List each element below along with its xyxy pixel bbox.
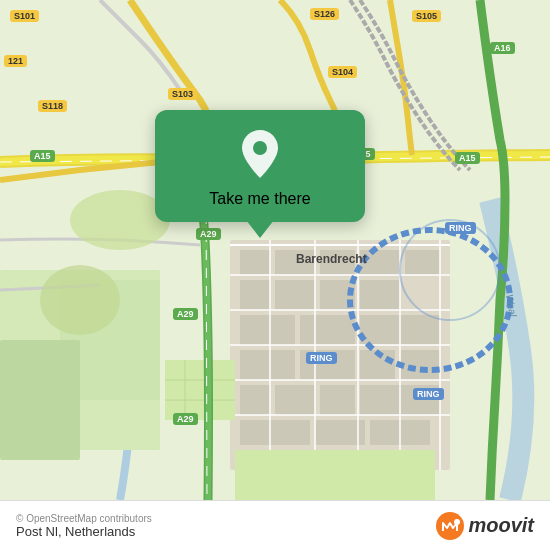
road-badge-a29-mid: A29 — [173, 308, 198, 320]
road-badge-s118: S118 — [38, 100, 67, 112]
svg-point-53 — [253, 141, 267, 155]
svg-rect-11 — [405, 250, 440, 275]
svg-rect-15 — [360, 280, 400, 310]
road-badge-s103: S103 — [168, 88, 197, 100]
road-badge-s101: S101 — [10, 10, 39, 22]
location-label: Post Nl, Netherlands — [16, 524, 152, 539]
road-badge-s105: S105 — [412, 10, 441, 22]
location-pin-icon — [238, 128, 282, 180]
svg-rect-24 — [275, 385, 315, 415]
svg-rect-25 — [320, 385, 355, 415]
copyright-text: © OpenStreetMap contributors — [16, 513, 152, 524]
map-background — [0, 0, 550, 500]
road-badge-ring3: RING — [413, 388, 444, 400]
svg-point-51 — [40, 265, 120, 335]
moovit-icon — [436, 512, 464, 540]
city-label-barendrecht: Barendrecht — [296, 252, 367, 266]
road-badge-a15-far: A15 — [455, 152, 480, 164]
svg-rect-7 — [240, 250, 270, 275]
svg-rect-17 — [300, 315, 355, 345]
popup-label: Take me there — [209, 190, 310, 208]
svg-rect-5 — [0, 340, 80, 460]
road-badge-a16: A16 — [490, 42, 515, 54]
road-badge-ring1: RING — [445, 222, 476, 234]
svg-rect-13 — [275, 280, 315, 310]
moovit-text: moovit — [468, 514, 534, 537]
svg-rect-16 — [240, 315, 295, 345]
footer-info: © OpenStreetMap contributors Post Nl, Ne… — [16, 513, 152, 539]
road-badge-a15-left: A15 — [30, 150, 55, 162]
svg-point-55 — [454, 519, 460, 525]
location-popup[interactable]: Take me there — [155, 110, 365, 222]
svg-rect-19 — [240, 350, 295, 380]
svg-rect-42 — [235, 450, 435, 500]
footer-bar: © OpenStreetMap contributors Post Nl, Ne… — [0, 500, 550, 550]
road-badge-a29-top: A29 — [196, 228, 221, 240]
road-badge-ring2: RING — [306, 352, 337, 364]
road-badge-a29-bot: A29 — [173, 413, 198, 425]
map-container: S101 S126 S105 A16 121 S118 S103 S104 A1… — [0, 0, 550, 500]
svg-rect-12 — [240, 280, 270, 310]
svg-rect-22 — [400, 350, 440, 380]
svg-rect-27 — [240, 420, 310, 445]
moovit-logo: moovit — [436, 512, 534, 540]
road-badge-s104: S104 — [328, 66, 357, 78]
svg-point-54 — [436, 512, 464, 540]
svg-rect-41 — [165, 360, 235, 420]
road-badge-121: 121 — [4, 55, 27, 67]
svg-rect-23 — [240, 385, 270, 415]
road-badge-s126: S126 — [310, 8, 339, 20]
